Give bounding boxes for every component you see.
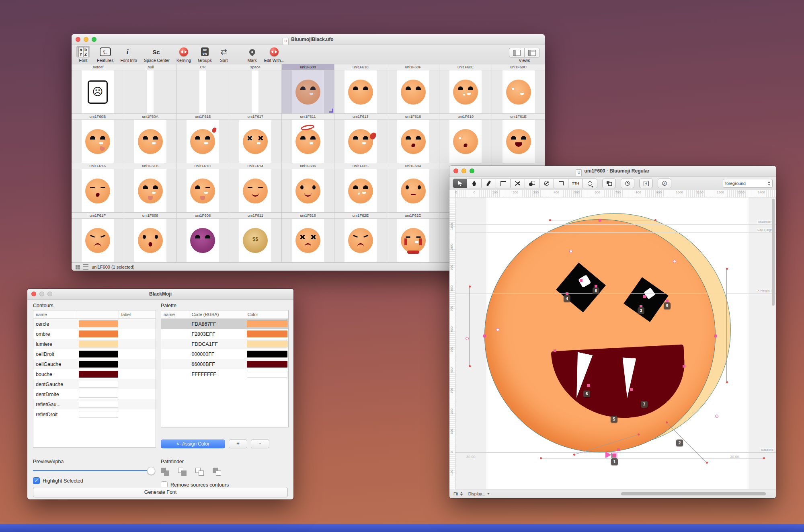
edit-window-titlebar[interactable]: Uuni1F600 - Bluumoji Regular (449, 166, 776, 177)
close-button[interactable] (31, 292, 36, 296)
control-point[interactable] (630, 388, 633, 391)
column-name[interactable]: name (33, 310, 77, 318)
toolbar-item-fontinfo[interactable]: iFont Info (120, 46, 137, 63)
glyph-cell-uni1F61C[interactable]: uni1F61C (177, 163, 230, 213)
pathfinder-intersect-icon[interactable] (195, 468, 206, 477)
column-label[interactable]: label (119, 310, 156, 318)
anchor-tool[interactable]: A (658, 179, 671, 188)
glyph-cell-.null[interactable]: .null (124, 64, 177, 114)
display-select[interactable]: Display... (468, 491, 490, 496)
glyph-cell-.notdef[interactable]: .notdef☹ (72, 64, 124, 114)
offcurve-point[interactable] (638, 433, 640, 435)
toolbar-item-groups[interactable]: oevwGroups (198, 46, 211, 63)
glyph-cell-uni1F62E[interactable]: uni1F62E (334, 213, 387, 262)
offcurve-point[interactable] (549, 219, 551, 221)
zoom-tool[interactable] (583, 179, 597, 188)
palette-row-000000FF[interactable]: 000000FF (161, 349, 288, 359)
offcurve-point[interactable] (573, 454, 575, 456)
history-tool[interactable] (621, 179, 634, 188)
contour-row-bouche[interactable]: bouche (33, 369, 156, 379)
preview-tool[interactable]: 4 (639, 179, 653, 188)
contour-row-refletDroit[interactable]: refletDroit (33, 409, 156, 419)
control-point[interactable] (683, 365, 685, 368)
control-point[interactable] (483, 335, 486, 337)
glyph-cell-uni1F61F[interactable]: uni1F61F (72, 213, 124, 262)
blackmoji-titlebar[interactable]: BlackMoji (27, 289, 293, 300)
glyph-cell-uni1F606[interactable]: uni1F606 (282, 163, 334, 213)
minimize-button[interactable] (461, 168, 466, 173)
glyph-cell-uni1F619[interactable]: uni1F619 (439, 114, 492, 163)
smooth-point[interactable] (496, 328, 499, 331)
glyph-cell-uni1F616[interactable]: uni1F616 (282, 213, 334, 262)
glyph-cell-uni1F605[interactable]: uni1F605 (334, 163, 387, 213)
measure-tool[interactable] (496, 179, 511, 188)
preview-alpha-slider[interactable] (33, 470, 154, 471)
glyph-cell-uni1F600[interactable]: uni1F600 (282, 64, 334, 114)
palette-row-66000BFF[interactable]: 66000BFF (161, 359, 288, 369)
corner-tool[interactable] (554, 179, 568, 188)
pathfinder-union-icon[interactable] (161, 468, 171, 477)
glyph-cell-uni1F60A[interactable]: uni1F60A (124, 114, 177, 163)
smooth-point[interactable] (466, 337, 469, 340)
control-point[interactable] (554, 349, 556, 352)
marker-tool[interactable] (482, 179, 496, 188)
glyph-cell-uni1F61B[interactable]: uni1F61B (124, 163, 177, 213)
transform-tool[interactable] (539, 179, 554, 188)
glyph-cell-space[interactable]: space (229, 64, 282, 114)
toolbar-item-editwith[interactable]: Edit With... (264, 46, 285, 63)
horizontal-scrollbar[interactable] (621, 492, 766, 495)
offcurve-point[interactable] (540, 457, 542, 459)
palette-row-FFFFFFFF[interactable]: FFFFFFFF (161, 369, 288, 379)
zoom-button[interactable] (47, 292, 52, 296)
views-right-button[interactable] (524, 48, 540, 58)
glyph-cell-uni1F613[interactable]: uni1F613 (334, 114, 387, 163)
glyph-cell-uni1F911[interactable]: uni1F911$$ (229, 213, 282, 262)
glyph-cell-uni1F618[interactable]: uni1F618 (387, 114, 440, 163)
offcurve-point[interactable] (469, 286, 471, 288)
glyph-cell-uni1F610[interactable]: uni1F610 (334, 64, 387, 114)
toolbar-item-sort[interactable]: ⇄Sort (219, 46, 229, 63)
tth-tool[interactable]: TTH (568, 179, 583, 188)
control-point[interactable] (617, 448, 620, 451)
control-point[interactable] (666, 300, 669, 302)
control-point[interactable] (599, 219, 601, 222)
vertical-scrollbar[interactable] (772, 199, 775, 306)
grid-view-icon[interactable] (76, 265, 80, 269)
glyph-cell-uni1F617[interactable]: uni1F617 (229, 114, 282, 163)
palette-row-F2803EFF[interactable]: F2803EFF (161, 329, 288, 339)
zoom-button[interactable] (470, 168, 474, 173)
contour-row-lumiere[interactable]: lumiere (33, 339, 156, 349)
glyph-cell-uni1F60C[interactable]: uni1F60C (492, 64, 545, 114)
offcurve-point[interactable] (654, 219, 656, 221)
glyph-cell-uni1F61A[interactable]: uni1F61A (72, 163, 124, 213)
contour-row-dentDroite[interactable]: dentDroite (33, 389, 156, 399)
contour-row-oeilGauche[interactable]: oeilGauche (33, 359, 156, 369)
offcurve-point[interactable] (726, 381, 728, 383)
toolbar-item-spacecenter[interactable]: ScSpace Center (144, 46, 170, 63)
glyph-cell-uni1F609[interactable]: uni1F609 (124, 213, 177, 262)
palette-row-FDDCA1FF[interactable]: FDDCA1FF (161, 339, 288, 349)
close-button[interactable] (76, 37, 80, 42)
offcurve-point[interactable] (726, 268, 728, 270)
control-point[interactable] (714, 335, 717, 337)
control-point[interactable] (587, 384, 590, 387)
palette-row-FDA867FF[interactable]: FDA867FF (161, 319, 288, 329)
contour-row-oeilDroit[interactable]: oeilDroit (33, 349, 156, 359)
glyph-cell-uni1F604[interactable]: uni1F604 (387, 163, 440, 213)
remove-color-button[interactable]: - (251, 440, 269, 448)
shapes-tool[interactable] (525, 179, 539, 188)
minimize-button[interactable] (39, 292, 44, 296)
control-point[interactable] (566, 292, 568, 295)
glyph-cell-uni1F62D[interactable]: uni1F62D (387, 213, 440, 262)
glyph-cell-uni1F615[interactable]: uni1F615 (177, 114, 230, 163)
list-view-icon[interactable] (83, 264, 88, 270)
glyph-cell-uni1F60F[interactable]: uni1F60F (387, 64, 440, 114)
glyph-cell-uni1F608[interactable]: uni1F608 (177, 213, 230, 262)
control-point[interactable] (580, 279, 582, 282)
smooth-point[interactable] (715, 415, 718, 418)
contour-row-cercle[interactable]: cercle (33, 319, 156, 329)
toolbar-item-font[interactable]: abYZFont (76, 46, 90, 63)
slider-knob[interactable] (147, 467, 155, 475)
offcurve-point[interactable] (706, 462, 708, 464)
smooth-point[interactable] (569, 250, 572, 253)
